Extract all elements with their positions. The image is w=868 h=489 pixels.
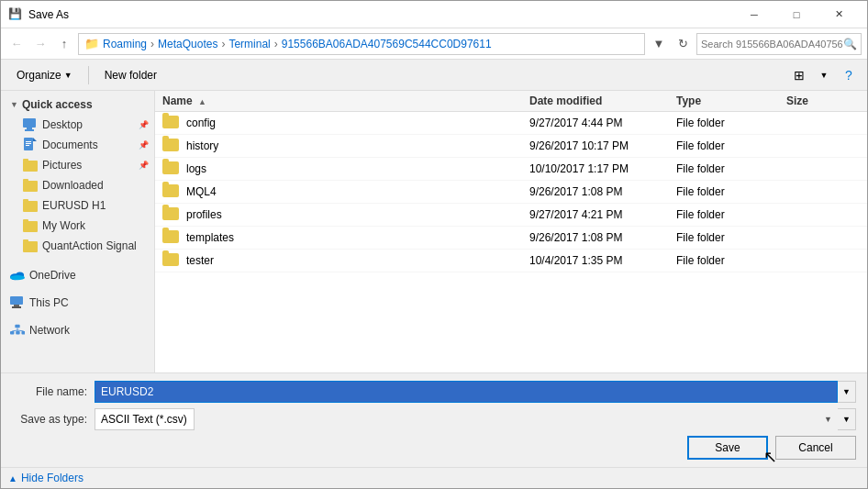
up-button[interactable]: ↑ [54,34,74,54]
minimize-button[interactable]: ─ [733,1,775,28]
sort-arrow: ▲ [198,97,206,106]
new-folder-button[interactable]: New folder [96,64,165,86]
svg-rect-1 [27,128,32,129]
sidebar-item-downloaded[interactable]: Downloaded [1,175,154,195]
address-path[interactable]: 📁 Roaming › MetaQuotes › Terminal › 9155… [78,33,645,55]
saveastype-select[interactable]: ASCII Text (*.csv) [95,408,195,430]
search-icon[interactable]: 🔍 [843,38,857,50]
pin-icon-documents: 📌 [139,140,149,150]
file-name: profiles [186,208,222,221]
sidebar-item-thispc[interactable]: This PC [1,293,154,313]
sidebar-item-network[interactable]: Network [1,320,154,340]
quantaction-icon [23,239,38,253]
hide-folders-arrow: ▲ [8,473,17,483]
sidebar-item-documents[interactable]: Documents 📌 [1,135,154,155]
table-row[interactable]: MQL4 9/26/2017 1:08 PM File folder [155,181,867,204]
filename-dropdown-button[interactable]: ▼ [838,381,856,403]
quick-access-header[interactable]: ▼ Quick access [1,94,154,115]
svg-point-20 [10,275,25,280]
back-button[interactable]: ← [6,34,27,54]
svg-rect-15 [23,219,28,222]
organize-arrow: ▼ [64,71,72,80]
view-dropdown-button[interactable]: ▼ [813,64,835,86]
path-folder-icon: 📁 [84,37,99,50]
toolbar-separator [88,66,89,84]
file-list-header: Name ▲ Date modified Type Size [155,91,867,112]
column-size[interactable]: Size [786,94,860,107]
onedrive-icon [10,268,25,283]
column-date[interactable]: Date modified [529,94,676,107]
svg-rect-24 [15,325,19,328]
refresh-button[interactable]: ↻ [673,34,693,54]
documents-icon [23,138,38,152]
file-icon [162,161,181,176]
column-type[interactable]: Type [676,94,786,107]
pin-icon-desktop: 📌 [139,120,149,129]
forward-button[interactable]: → [30,34,50,54]
column-name[interactable]: Name ▲ [162,94,529,107]
sidebar-item-label-thispc: This PC [29,296,69,309]
saveastype-dropdown-button[interactable]: ▼ [838,408,856,430]
maximize-button[interactable]: □ [775,1,818,28]
path-part-roaming[interactable]: Roaming [103,38,147,50]
dropdown-arrow-button[interactable]: ▼ [649,34,669,54]
hide-folders-row[interactable]: ▲ Hide Folders [1,467,867,488]
file-name: templates [186,231,234,244]
svg-rect-14 [23,221,38,232]
svg-rect-17 [23,239,28,242]
table-row[interactable]: history 9/26/2017 10:17 PM File folder [155,135,867,158]
sidebar-item-label-eurusd: EURUSD H1 [42,199,106,212]
quick-access-arrow: ▼ [10,100,18,109]
svg-rect-26 [16,331,19,335]
help-button[interactable]: ? [838,64,860,86]
thispc-icon [10,295,25,310]
cancel-button[interactable]: Cancel [775,436,856,460]
svg-line-29 [12,330,17,331]
sidebar-item-label-onedrive: OneDrive [29,269,76,282]
pin-icon-pictures: 📌 [139,161,149,170]
file-icon [162,116,181,130]
dialog-icon: 💾 [8,7,23,22]
svg-line-30 [17,330,24,331]
path-part-hash[interactable]: 915566BA06ADA407569C544CC0D97611 [282,38,492,50]
table-row[interactable]: profiles 9/27/2017 4:21 PM File folder [155,204,867,227]
downloaded-icon [23,178,38,193]
path-part-terminal[interactable]: Terminal [228,38,270,50]
file-name: tester [186,254,214,267]
view-button[interactable]: ⊞ [788,64,810,86]
save-button[interactable]: Save [687,436,768,460]
sidebar-item-onedrive[interactable]: OneDrive [1,265,154,285]
svg-rect-7 [26,145,29,146]
table-row[interactable]: logs 10/10/2017 1:17 PM File folder [155,158,867,181]
close-button[interactable]: ✕ [818,1,860,28]
sidebar-item-pictures[interactable]: Pictures 📌 [1,155,154,175]
desktop-icon [23,117,38,132]
svg-rect-12 [23,201,38,212]
sidebar-item-mywork[interactable]: My Work [1,216,154,236]
svg-rect-23 [12,306,21,308]
table-row[interactable]: tester 10/4/2017 1:35 PM File folder [155,250,867,272]
sidebar-item-quantaction[interactable]: QuantAction Signal [1,236,154,256]
path-part-metaquotes[interactable]: MetaQuotes [158,38,217,50]
file-date: 9/26/2017 10:17 PM [529,139,676,152]
search-input[interactable] [701,39,843,50]
filename-label: File name: [12,385,95,398]
sidebar-item-label-desktop: Desktop [42,118,83,131]
filename-input[interactable] [95,381,838,403]
table-row[interactable]: templates 9/26/2017 1:08 PM File folder [155,227,867,250]
file-name: logs [186,162,206,175]
title-bar: 💾 Save As ─ □ ✕ [1,1,867,28]
sidebar-item-desktop[interactable]: Desktop 📌 [1,115,154,135]
file-type: File folder [676,254,786,267]
sidebar-item-label-quantaction: QuantAction Signal [42,239,137,252]
sidebar-item-eurusd[interactable]: EURUSD H1 [1,195,154,216]
svg-rect-21 [10,296,23,305]
save-as-dialog: 💾 Save As ─ □ ✕ ← → ↑ 📁 Roaming › MetaQu… [0,0,868,489]
table-row[interactable]: config 9/27/2017 4:44 PM File folder [155,112,867,135]
bottom-section: File name: ▼ Save as type: ASCII Text (*… [1,372,867,467]
svg-rect-6 [26,143,31,144]
network-icon [10,323,25,338]
file-rows-container: config 9/27/2017 4:44 PM File folder his… [155,112,867,272]
file-date: 9/27/2017 4:21 PM [529,208,676,221]
organize-button[interactable]: Organize ▼ [8,64,81,86]
